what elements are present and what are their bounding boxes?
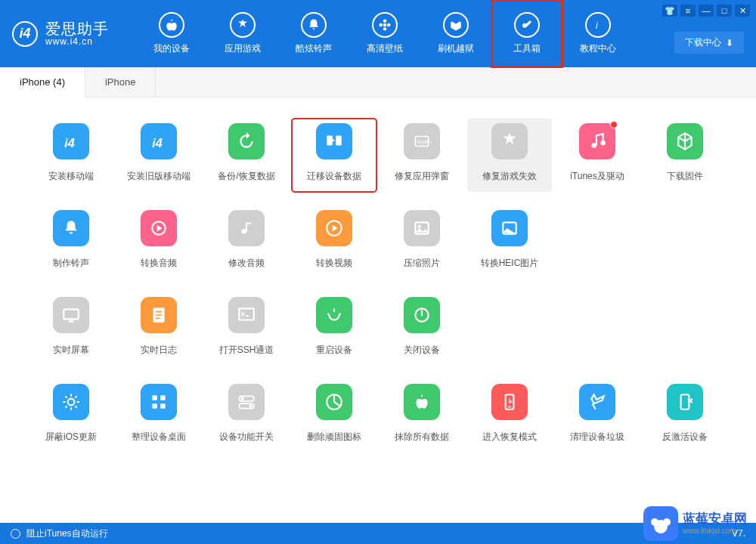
close-button[interactable]: ✕	[735, 5, 750, 17]
restore-icon	[228, 123, 265, 159]
bell-icon	[301, 12, 327, 38]
svg-point-0	[383, 23, 387, 27]
svg-point-13	[600, 141, 606, 146]
tool-label: 转换音频	[141, 257, 177, 270]
screen-icon	[53, 297, 89, 333]
tool-label: iTunes及驱动	[570, 170, 624, 183]
download-center-button[interactable]: 下载中心 ⬇	[674, 32, 744, 54]
toggle-icon	[228, 384, 265, 420]
nav-ringtones[interactable]: 酷炫铃声	[278, 0, 349, 67]
svg-rect-26	[160, 395, 166, 400]
watermark-url: www.lmkjsl.com	[683, 527, 747, 535]
clean-icon	[579, 384, 615, 420]
nav-flash-jailbreak[interactable]: 刷机越狱	[420, 0, 491, 67]
tool-apple[interactable]: 抹除所有数据	[380, 379, 464, 453]
watermark-title: 蓝莓安卓网	[683, 512, 747, 527]
svg-point-24	[68, 399, 75, 406]
gear-icon	[53, 384, 89, 420]
tool-ssh[interactable]: 打开SSH通道	[204, 292, 289, 366]
block-itunes-radio[interactable]	[11, 529, 20, 539]
tool-label: 关闭设备	[404, 344, 440, 357]
tool-label: 设备功能开关	[219, 431, 274, 444]
nav-toolbox[interactable]: 工具箱	[491, 0, 562, 67]
tool-label: 制作铃声	[53, 257, 89, 270]
svg-rect-20	[64, 309, 79, 319]
appleid-icon: Apple ID	[404, 123, 440, 159]
tool-label: 抹除所有数据	[395, 431, 449, 444]
svg-point-18	[418, 225, 421, 228]
deactivate-icon	[667, 384, 703, 420]
tool-power[interactable]: 关闭设备	[380, 292, 464, 366]
tool-recovery[interactable]: 进入恢复模式	[467, 379, 552, 453]
tool-edit-audio[interactable]: 修改音频	[204, 206, 289, 279]
svg-point-3	[380, 23, 383, 27]
skin-button[interactable]: 👕	[662, 5, 677, 17]
flower-icon	[372, 12, 398, 38]
tool-grid[interactable]: 整理设备桌面	[116, 379, 201, 453]
tool-label: 删除顽固图标	[307, 431, 361, 444]
tab-iphone[interactable]: iPhone	[85, 67, 156, 97]
svg-rect-22	[239, 308, 254, 320]
tool-restart[interactable]: 重启设备	[292, 292, 376, 366]
apple-icon	[404, 384, 440, 420]
main-nav: 我的设备 应用游戏 酷炫铃声 高清壁纸 刷机越狱 工具箱 i 教程中心	[136, 0, 634, 67]
tool-label: 实时日志	[141, 344, 177, 357]
tool-label: 实时屏幕	[53, 344, 89, 357]
tool-label: 备份/恢复数据	[218, 170, 274, 183]
tool-audio[interactable]: 转换音频	[116, 206, 201, 279]
tools-icon	[514, 12, 540, 38]
tool-pie[interactable]: 删除顽固图标	[292, 379, 376, 453]
svg-point-32	[249, 404, 252, 407]
tool-i4[interactable]: i4安装旧版移动端	[116, 119, 201, 192]
restart-icon	[316, 297, 352, 333]
game-icon	[491, 123, 528, 159]
nav-apps-games[interactable]: 应用游戏	[207, 0, 278, 67]
svg-rect-25	[152, 395, 157, 400]
tool-label: 屏蔽iOS更新	[45, 431, 97, 444]
maximize-button[interactable]: □	[717, 5, 732, 17]
tool-video[interactable]: 转换视频	[292, 206, 376, 279]
tool-music[interactable]: iTunes及驱动	[555, 119, 640, 192]
svg-rect-27	[152, 403, 157, 409]
svg-rect-35	[681, 394, 689, 410]
tool-log[interactable]: 实时日志	[116, 292, 201, 366]
tool-cube[interactable]: 下载固件	[643, 119, 727, 192]
tool-appleid[interactable]: Apple ID修复应用弹窗	[380, 119, 464, 192]
tool-label: 安装移动端	[48, 170, 94, 183]
svg-text:i: i	[596, 20, 598, 31]
tool-bell[interactable]: 制作铃声	[29, 206, 113, 279]
tool-label: 下载固件	[667, 170, 703, 183]
tool-heic[interactable]: 转换HEIC图片	[467, 206, 552, 279]
tool-label: 转换视频	[316, 257, 352, 270]
svg-point-4	[387, 23, 391, 27]
cube-icon	[667, 123, 703, 159]
tool-gear[interactable]: 屏蔽iOS更新	[29, 379, 113, 453]
tool-clean[interactable]: 清理设备垃圾	[555, 379, 640, 453]
tool-label: 整理设备桌面	[132, 431, 186, 444]
tool-transfer[interactable]: 迁移设备数据	[292, 119, 376, 192]
tab-iphone-4[interactable]: iPhone (4)	[0, 67, 85, 97]
tool-game[interactable]: 修复游戏失效	[467, 119, 552, 192]
tool-screen[interactable]: 实时屏幕	[29, 292, 113, 366]
photo-icon	[404, 210, 440, 246]
svg-point-1	[383, 20, 387, 23]
transfer-icon	[316, 123, 352, 159]
recovery-icon	[491, 384, 528, 420]
tool-deactivate[interactable]: 反激活设备	[643, 379, 727, 453]
window-controls: 👕 ≡ — □ ✕	[662, 5, 750, 17]
svg-rect-28	[160, 403, 166, 409]
tool-photo[interactable]: 压缩照片	[380, 206, 464, 279]
menu-button[interactable]: ≡	[680, 5, 696, 17]
video-icon	[316, 210, 352, 246]
logo: i4 爱思助手 www.i4.cn	[0, 20, 121, 47]
tool-i4[interactable]: i4安装移动端	[29, 119, 113, 192]
svg-point-2	[383, 27, 387, 31]
edit-audio-icon	[228, 210, 265, 246]
minimize-button[interactable]: —	[699, 5, 714, 17]
nav-tutorials[interactable]: i 教程中心	[562, 0, 634, 67]
tool-toggle[interactable]: 设备功能开关	[204, 379, 289, 453]
tool-restore[interactable]: 备份/恢复数据	[204, 119, 289, 192]
svg-text:Apple ID: Apple ID	[417, 139, 432, 145]
nav-wallpapers[interactable]: 高清壁纸	[349, 0, 420, 67]
nav-my-device[interactable]: 我的设备	[136, 0, 207, 67]
